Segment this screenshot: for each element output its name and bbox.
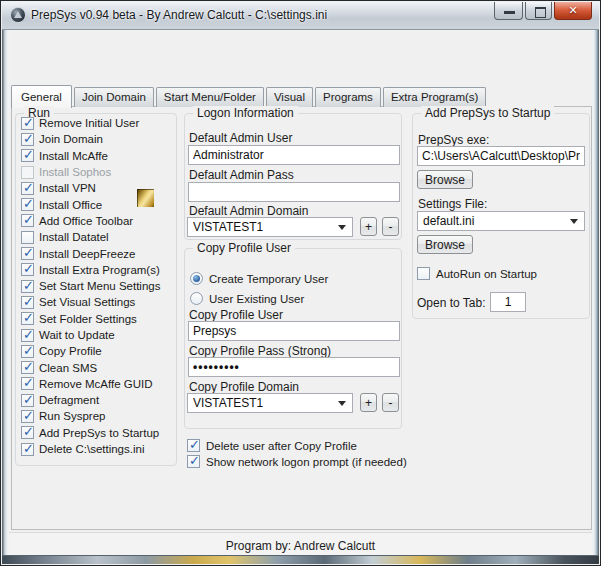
checkbox-icon	[21, 280, 34, 293]
copy-profile-domain-value: VISTATEST1	[193, 396, 263, 410]
tab-general[interactable]: General	[11, 85, 72, 108]
run-item-install-datatel[interactable]: Install Datatel	[21, 229, 173, 245]
tab-extra-programs[interactable]: Extra Program(s)	[383, 87, 487, 107]
admin-domain-remove-button[interactable]: -	[382, 217, 399, 236]
checkbox-icon	[21, 133, 34, 146]
radio-icon	[190, 272, 203, 285]
tab-visual[interactable]: Visual	[266, 87, 313, 107]
checkbox-icon	[21, 231, 34, 244]
checkbox-icon	[21, 426, 34, 439]
checkbox-icon	[21, 296, 34, 309]
open-to-tab-label: Open to Tab:	[417, 296, 486, 310]
default-admin-pass-label: Default Admin Pass	[189, 168, 294, 182]
default-admin-pass-input[interactable]	[188, 182, 400, 202]
run-item-set-visual-settings[interactable]: Set Visual Settings	[21, 294, 173, 310]
checkbox-icon	[21, 198, 34, 211]
default-admin-domain-label: Default Admin Domain	[189, 204, 308, 218]
radio-icon	[190, 292, 203, 305]
copy-profile-user-input[interactable]	[188, 321, 400, 341]
checkbox-label: Show network logon prompt (if needed)	[206, 456, 407, 468]
run-item-remove-initial-user[interactable]: Remove Initial User	[21, 115, 173, 131]
checkbox-icon	[21, 214, 34, 227]
checkbox-icon	[21, 361, 34, 374]
checkbox-label: Defragment	[39, 394, 99, 406]
run-item-wait-to-update[interactable]: Wait to Update	[21, 327, 173, 343]
close-button[interactable]	[554, 2, 592, 20]
run-item-join-domain[interactable]: Join Domain	[21, 131, 173, 147]
gold-square-icon	[137, 189, 154, 207]
run-item-remove-mcaffe-guid[interactable]: Remove McAffe GUID	[21, 376, 173, 392]
run-item-set-start-menu-settings[interactable]: Set Start Menu Settings	[21, 278, 173, 294]
checkbox-label: Set Start Menu Settings	[39, 280, 160, 292]
default-admin-domain-combobox[interactable]: VISTATEST1	[187, 217, 353, 237]
plus-icon: +	[365, 220, 372, 234]
run-item-copy-profile[interactable]: Copy Profile	[21, 343, 173, 359]
run-item-install-deepfreeze[interactable]: Install DeepFreeze	[21, 245, 173, 261]
tab-start-menu-folder[interactable]: Start Menu/Folder	[156, 87, 264, 107]
browse-settings-button[interactable]: Browse	[417, 235, 473, 254]
checkbox-icon	[21, 166, 34, 179]
run-item-clean-sms[interactable]: Clean SMS	[21, 359, 173, 375]
autorun-on-startup-checkbox[interactable]: AutoRun on Startup	[417, 267, 537, 280]
checkbox-label: Clean SMS	[39, 362, 97, 374]
status-text: Program by: Andrew Calcutt	[226, 539, 375, 553]
show-network-logon-prompt-checkbox[interactable]: Show network logon prompt (if needed)	[187, 455, 407, 468]
default-admin-domain-value: VISTATEST1	[193, 220, 263, 234]
checkbox-icon	[21, 394, 34, 407]
copy-profile-domain-label: Copy Profile Domain	[189, 380, 299, 394]
settings-file-combobox[interactable]: default.ini	[417, 211, 585, 231]
checkbox-label: Install McAffe	[39, 150, 108, 162]
window-border-bottom	[2, 555, 599, 564]
checkbox-icon	[21, 312, 34, 325]
checkbox-icon	[21, 377, 34, 390]
checkbox-icon	[417, 267, 430, 280]
run-item-set-folder-settings[interactable]: Set Folder Settings	[21, 311, 173, 327]
run-item-install-extra-programs[interactable]: Install Extra Program(s)	[21, 262, 173, 278]
tab-join-domain[interactable]: Join Domain	[74, 87, 154, 107]
checkbox-icon	[21, 410, 34, 423]
startup-group-title: Add PrepSys to Startup	[421, 106, 554, 120]
browse-exe-button[interactable]: Browse	[417, 170, 473, 189]
checkbox-label: Remove Initial User	[39, 117, 139, 129]
window-border-right	[592, 30, 599, 564]
run-item-delete-settings-ini[interactable]: Delete C:\settings.ini	[21, 441, 173, 457]
copy-profile-group-title: Copy Profile User	[193, 241, 295, 255]
checkbox-icon	[21, 329, 34, 342]
default-admin-user-input[interactable]	[188, 145, 400, 165]
browse-settings-label: Browse	[425, 238, 465, 252]
create-temporary-user-radio[interactable]: Create Temporary User	[190, 272, 328, 285]
prepsys-exe-label: PrepSys exe:	[418, 133, 489, 147]
checkbox-label: AutoRun on Startup	[436, 268, 537, 280]
copy-profile-pass-input[interactable]	[188, 357, 400, 377]
checkbox-label: Run Sysprep	[39, 410, 105, 422]
run-item-defragment[interactable]: Defragment	[21, 392, 173, 408]
prepsys-window: PrepSys v0.94 beta - By Andrew Calcutt -…	[0, 0, 601, 566]
app-icon	[10, 7, 26, 23]
chevron-down-icon	[338, 225, 346, 230]
tab-programs[interactable]: Programs	[315, 87, 381, 107]
checkbox-label: Add PrepSys to Startup	[39, 427, 159, 439]
minimize-button[interactable]	[494, 2, 523, 20]
chevron-down-icon	[570, 219, 578, 224]
run-item-add-office-toolbar[interactable]: Add Office Toolbar	[21, 213, 173, 229]
checkbox-label: Install Datatel	[39, 231, 109, 243]
copy-domain-remove-button[interactable]: -	[382, 393, 399, 412]
run-item-add-prepsys-to-startup[interactable]: Add PrepSys to Startup	[21, 425, 173, 441]
settings-file-value: default.ini	[423, 214, 474, 228]
open-to-tab-input[interactable]	[490, 292, 526, 312]
prepsys-exe-input[interactable]	[417, 146, 585, 166]
run-item-install-mcaffe[interactable]: Install McAffe	[21, 148, 173, 164]
checkbox-label: Install Extra Program(s)	[39, 264, 160, 276]
delete-user-after-copy-profile-checkbox[interactable]: Delete user after Copy Profile	[187, 439, 357, 452]
maximize-button[interactable]	[525, 2, 552, 20]
checkbox-icon	[187, 455, 200, 468]
run-item-run-sysprep[interactable]: Run Sysprep	[21, 408, 173, 424]
run-item-install-sophos: Install Sophos	[21, 164, 173, 180]
copy-profile-pass-label: Copy Profile Pass (Strong)	[189, 344, 331, 358]
copy-profile-user-label: Copy Profile User	[189, 308, 283, 322]
user-existing-user-radio[interactable]: User Existing User	[190, 292, 304, 305]
admin-domain-add-button[interactable]: +	[360, 217, 377, 236]
minus-icon: -	[389, 220, 393, 234]
copy-domain-add-button[interactable]: +	[360, 393, 377, 412]
copy-profile-domain-combobox[interactable]: VISTATEST1	[187, 393, 353, 413]
